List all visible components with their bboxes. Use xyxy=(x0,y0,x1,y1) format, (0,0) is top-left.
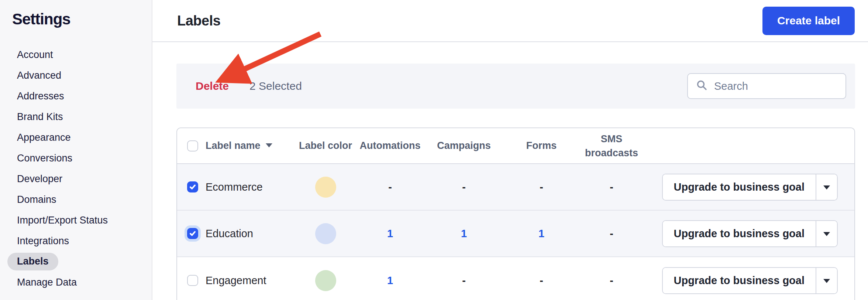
row-checkbox[interactable] xyxy=(187,275,198,286)
search-box[interactable] xyxy=(687,73,846,99)
row-checkbox[interactable] xyxy=(187,181,198,192)
label-color-swatch xyxy=(315,270,336,291)
sidebar-item-brand-kits[interactable]: Brand Kits xyxy=(0,106,152,127)
upgrade-to-business-goal-button[interactable]: Upgrade to business goal xyxy=(663,221,816,246)
check-icon xyxy=(189,183,196,191)
sidebar-item-developer[interactable]: Developer xyxy=(0,168,152,189)
sidebar-item-import-export-status[interactable]: Import/Export Status xyxy=(0,210,152,231)
upgrade-split-button: Upgrade to business goal xyxy=(662,267,838,294)
column-header-campaigns: Campaigns xyxy=(437,140,491,151)
automations-count[interactable]: 1 xyxy=(387,228,393,240)
label-name: Education xyxy=(206,228,253,240)
label-color-swatch xyxy=(315,223,336,244)
campaigns-count: - xyxy=(462,275,466,287)
upgrade-to-business-goal-button[interactable]: Upgrade to business goal xyxy=(663,174,816,200)
automations-count[interactable]: 1 xyxy=(387,275,393,287)
sidebar-item-labels[interactable]: Labels xyxy=(0,251,152,272)
sidebar: Settings AccountAdvancedAddressesBrand K… xyxy=(0,0,152,300)
search-icon xyxy=(696,79,708,93)
sidebar-item-appearance[interactable]: Appearance xyxy=(0,127,152,148)
sidebar-item-integrations[interactable]: Integrations xyxy=(0,231,152,251)
forms-count: - xyxy=(540,181,543,193)
table-row: Engagement 1 - - - Upgrade to business g… xyxy=(177,257,854,300)
table-body: Ecommerce - - - - Upgrade to business go… xyxy=(177,164,854,300)
selected-count: 2 Selected xyxy=(249,80,302,92)
forms-count: - xyxy=(540,275,543,287)
sort-caret-icon[interactable] xyxy=(265,143,273,149)
forms-count[interactable]: 1 xyxy=(538,228,544,240)
column-header-automations: Automations xyxy=(360,140,421,151)
column-header-sms-broadcasts: SMS broadcasts xyxy=(582,132,641,160)
page-title: Labels xyxy=(177,13,220,29)
row-checkbox[interactable] xyxy=(187,228,198,239)
main-content: Labels Create label Delete 2 Selected xyxy=(152,0,868,300)
upgrade-split-button: Upgrade to business goal xyxy=(662,174,838,201)
upgrade-dropdown-toggle[interactable] xyxy=(816,268,837,293)
upgrade-dropdown-toggle[interactable] xyxy=(816,174,837,200)
table-header-row: Label name Label color Automations Campa… xyxy=(177,128,854,164)
sidebar-item-account[interactable]: Account xyxy=(0,44,152,65)
upgrade-dropdown-toggle[interactable] xyxy=(816,221,837,246)
column-header-label-name[interactable]: Label name xyxy=(206,140,261,151)
sidebar-item-advanced[interactable]: Advanced xyxy=(0,65,152,86)
page-header: Labels Create label xyxy=(152,0,868,42)
dropdown-caret-icon xyxy=(822,231,831,236)
sidebar-item-addresses[interactable]: Addresses xyxy=(0,86,152,106)
dropdown-caret-icon xyxy=(822,184,831,190)
upgrade-to-business-goal-button[interactable]: Upgrade to business goal xyxy=(663,268,816,293)
table-row: Ecommerce - - - - Upgrade to business go… xyxy=(177,164,854,211)
sidebar-nav: AccountAdvancedAddressesBrand KitsAppear… xyxy=(0,44,152,293)
sidebar-item-domains[interactable]: Domains xyxy=(0,189,152,210)
label-name: Engagement xyxy=(206,275,266,287)
sidebar-item-conversions[interactable]: Conversions xyxy=(0,148,152,168)
table-row: Education 1 1 1 - Upgrade to business go… xyxy=(177,211,854,257)
automations-count: - xyxy=(388,181,392,193)
sms-broadcasts-count: - xyxy=(610,275,613,287)
upgrade-split-button: Upgrade to business goal xyxy=(662,220,838,247)
select-all-checkbox[interactable] xyxy=(187,140,198,151)
column-header-forms: Forms xyxy=(526,140,557,151)
search-input[interactable] xyxy=(714,80,825,92)
labels-table: Label name Label color Automations Campa… xyxy=(176,127,855,300)
delete-button[interactable]: Delete xyxy=(196,80,229,92)
campaigns-count[interactable]: 1 xyxy=(461,228,467,240)
sms-broadcasts-count: - xyxy=(610,228,613,240)
create-label-button[interactable]: Create label xyxy=(762,7,855,35)
check-icon xyxy=(189,230,196,237)
sidebar-title: Settings xyxy=(12,10,152,28)
content-area: Delete 2 Selected xyxy=(152,64,868,300)
settings-page: Settings AccountAdvancedAddressesBrand K… xyxy=(0,0,868,300)
dropdown-caret-icon xyxy=(822,278,831,283)
label-color-swatch xyxy=(315,177,336,198)
column-header-label-color: Label color xyxy=(299,140,352,151)
bulk-actions-toolbar: Delete 2 Selected xyxy=(176,64,855,109)
campaigns-count: - xyxy=(462,181,466,193)
sidebar-item-manage-data[interactable]: Manage Data xyxy=(0,272,152,293)
sms-broadcasts-count: - xyxy=(610,181,613,193)
label-name: Ecommerce xyxy=(206,181,263,193)
